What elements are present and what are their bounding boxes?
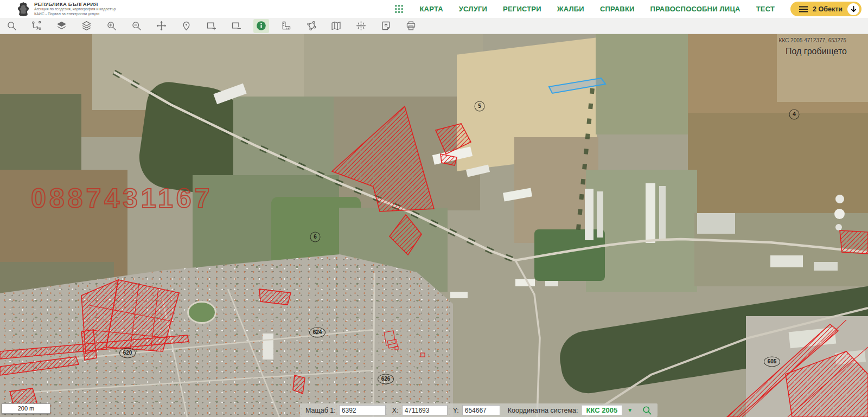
selected-parcel-polygon[interactable] [549,78,605,93]
down-arrow-icon [851,6,857,12]
search-icon [6,20,17,31]
restricted-parcel-polygon [332,106,434,211]
street [33,370,373,392]
tool-info-button[interactable] [253,19,269,33]
crs-dropdown[interactable]: ККС 2005 [582,405,623,415]
tool-layers-stack-button[interactable] [79,19,94,33]
scale-bar: 200 m [2,403,50,414]
map-status-bar: Мащаб 1: X: Y: Координатна система: ККС … [300,403,658,417]
parcel-outline [420,353,425,357]
tool-snap-coordinates-button[interactable] [353,19,369,33]
tool-zoom-out-button[interactable] [129,19,144,33]
coat-of-arms-icon [16,2,30,17]
route-icon [31,20,42,31]
printer-icon [405,20,417,31]
layers-icon [56,20,67,31]
tool-layers-button[interactable] [54,19,69,33]
main-nav: КАРТА УСЛУГИ РЕГИСТРИ ЖАЛБИ СПРАВКИ ПРАВ… [394,2,868,16]
map-viewport[interactable]: 0887431167 546624620626605 ККС 2005 4712… [0,34,868,417]
tool-export-button[interactable] [378,19,394,33]
zoom-in-icon [106,20,117,31]
restricted-parcel-polygon [441,154,457,165]
restricted-parcel-polygon [390,215,422,255]
tool-print-button[interactable] [403,19,419,33]
restricted-parcel-polygon [436,124,471,154]
x-coordinate-input[interactable] [402,405,448,415]
scale-input[interactable] [339,405,386,415]
watermark-phone: 0887431167 [31,183,213,214]
parcel-number-label: 6 [310,232,321,242]
parcel-number-label: 5 [475,101,485,112]
nav-uslugi[interactable]: УСЛУГИ [459,5,487,13]
map-overlay: 0887431167 [0,34,868,417]
scale-label: Мащаб 1: [305,407,336,414]
tool-measure-area-button[interactable] [303,19,319,33]
parcel-number-label: 626 [378,374,394,384]
y-coordinate-input[interactable] [462,405,500,415]
parcel-number-label: 4 [789,110,800,120]
tool-map-overview-button[interactable] [328,19,344,33]
restricted-parcel-polygon [0,357,79,375]
location-pin-icon [181,20,192,31]
tool-route-button[interactable] [29,19,44,33]
nav-spravki[interactable]: СПРАВКИ [600,5,635,13]
tool-zoom-rect-out-button[interactable] [228,19,244,33]
south-road [515,260,540,417]
layers-stack-icon [81,20,92,31]
locality-label: Под гробището [786,47,847,56]
export-page-icon [380,20,392,31]
parcel-number-label: 605 [764,357,780,367]
y-label: Y: [453,407,459,414]
map-toolbar [0,18,868,34]
tool-search-button[interactable] [4,19,20,33]
org-subtitle-2: КАИС - Портал за електронни услуги [34,12,116,17]
header: РЕПУБЛИКА БЪЛГАРИЯ Агенция по геодезия, … [0,0,868,18]
tree-row [578,88,592,235]
street [228,289,279,417]
folded-map-icon [330,20,342,31]
nav-karta[interactable]: КАРТА [419,5,443,13]
apps-grid-icon[interactable] [394,4,404,14]
org-subtitle-1: Агенция по геодезия, картография и кадас… [34,7,116,12]
objects-count-label: 2 Обекти [813,5,843,13]
pan-icon [156,20,167,31]
zoom-out-icon [131,20,142,31]
crs-dropdown-caret-icon[interactable]: ▼ [626,407,634,413]
nav-pravosposobni-litsa[interactable]: ПРАВОСПОСОБНИ ЛИЦА [650,5,741,13]
x-label: X: [392,407,399,414]
objects-menu-button[interactable]: 2 Обекти [790,2,861,16]
measure-length-icon [280,20,292,31]
street [373,273,374,417]
restricted-parcel-polygon [259,289,291,305]
cursor-coordinates-readout: ККС 2005 4712377, 653275 [779,37,846,43]
org-title: РЕПУБЛИКА БЪЛГАРИЯ [34,1,116,7]
zoom-rect-out-icon [231,20,242,31]
parcel-number-label: 620 [119,348,136,358]
measure-area-icon [305,20,317,31]
tool-zoom-rect-in-button[interactable] [203,19,219,33]
coordinates-search-button[interactable] [642,405,652,415]
restricted-parcel-polygon [840,230,868,254]
zoom-rect-in-icon [206,20,217,31]
info-icon [256,20,267,31]
crs-label: Координатна система: [508,407,578,414]
nav-test[interactable]: ТЕСТ [756,5,775,13]
tool-locate-button[interactable] [178,19,194,33]
search-icon [642,405,652,415]
crosshair-coordinates-icon [355,20,367,31]
east-road [515,239,868,260]
tool-zoom-in-button[interactable] [104,19,119,33]
restricted-parcel-polygon [293,375,305,394]
download-objects-button[interactable] [847,3,859,15]
nav-zhalbi[interactable]: ЖАЛБИ [557,5,584,13]
agency-logo: РЕПУБЛИКА БЪЛГАРИЯ Агенция по геодезия, … [0,1,116,17]
parcel-outline [384,331,395,345]
parcel-number-label: 624 [309,328,326,338]
tool-measure-length-button[interactable] [278,19,294,33]
hamburger-icon [799,6,808,12]
nav-registri[interactable]: РЕГИСТРИ [503,5,541,13]
tool-pan-button[interactable] [154,19,169,33]
